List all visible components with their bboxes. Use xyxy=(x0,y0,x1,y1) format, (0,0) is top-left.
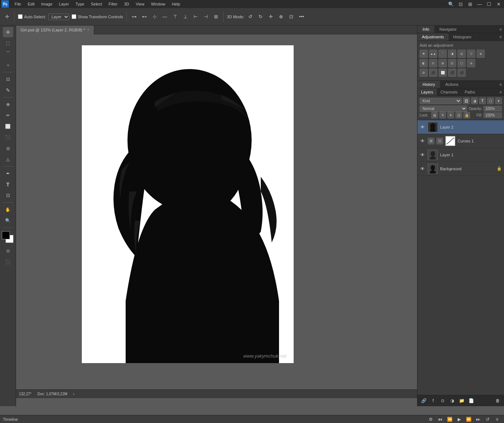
3d-pan-icon[interactable]: ✛ xyxy=(267,13,275,21)
crop-tool-button[interactable]: ⊡ xyxy=(3,74,13,84)
layer-select[interactable]: Layer xyxy=(48,14,69,20)
timeline-menu-icon[interactable]: ≡ xyxy=(493,415,501,423)
filter-shape-icon[interactable]: ⬡ xyxy=(487,98,494,104)
lock-all-icon[interactable]: 🔒 xyxy=(463,112,470,118)
new-group-icon[interactable]: 📁 xyxy=(458,397,466,405)
distribute-right-icon[interactable]: ⊞ xyxy=(212,13,220,21)
timeline-loop-icon[interactable]: ↺ xyxy=(484,415,492,423)
timeline-settings-icon[interactable]: ⚙ xyxy=(427,415,435,423)
menu-file[interactable]: File xyxy=(12,1,24,7)
timeline-play-icon[interactable]: ▶ xyxy=(455,415,463,423)
filter-adj-icon[interactable]: ◑ xyxy=(471,98,478,104)
brightness-adj-icon[interactable]: ☀ xyxy=(420,50,428,58)
filter-smart-icon[interactable]: ✦ xyxy=(495,98,502,104)
arrow-icon[interactable]: › xyxy=(73,392,74,396)
add-style-icon[interactable]: f xyxy=(429,397,437,405)
hsl-adj-icon[interactable]: ▽ xyxy=(467,50,475,58)
align-center-v-icon[interactable]: ⊷ xyxy=(140,13,148,21)
minimize-button[interactable]: — xyxy=(476,0,484,8)
eyedropper-button[interactable]: ✎ xyxy=(3,85,13,95)
blend-mode-select[interactable]: Normal xyxy=(420,106,467,112)
auto-select-checkbox[interactable] xyxy=(18,14,23,19)
curves1-visibility-icon[interactable]: 👁 xyxy=(420,138,425,144)
layer-item-layer2[interactable]: 👁 Layer 2 xyxy=(417,120,504,134)
timeline-next-icon[interactable]: ⏩ xyxy=(465,415,473,423)
menu-view[interactable]: View xyxy=(133,1,148,7)
lasso-tool-button[interactable]: ⌒ xyxy=(3,49,13,59)
photo-filter-adj-icon[interactable]: ⊙ xyxy=(429,59,437,67)
tab-close-button[interactable]: × xyxy=(87,28,89,32)
quick-mask-button[interactable]: ⊙ xyxy=(3,246,13,256)
exposure-adj-icon[interactable]: ◑ xyxy=(448,50,456,58)
color-lookup-adj-icon[interactable]: ⊡ xyxy=(448,59,456,67)
dodge-button[interactable]: △ xyxy=(3,154,13,164)
filter-pixel-icon[interactable]: 🖼 xyxy=(463,98,470,104)
menu-window[interactable]: Window xyxy=(148,1,168,7)
menu-help[interactable]: Help xyxy=(169,1,183,7)
threshold-adj-icon[interactable]: ⊘ xyxy=(420,69,428,77)
layer-item-curves1[interactable]: 👁 ⊞ ⊡ Curves 1 xyxy=(417,134,504,148)
tab-paths[interactable]: Paths xyxy=(461,88,479,96)
tab-histogram[interactable]: Histogram xyxy=(449,33,476,41)
close-button[interactable]: ✕ xyxy=(495,0,503,8)
timeline-rewind-icon[interactable]: ⏮ xyxy=(436,415,444,423)
kind-select[interactable]: Kind xyxy=(420,98,462,104)
menu-filter[interactable]: Filter xyxy=(106,1,120,7)
lock-pixels-icon[interactable]: ✎ xyxy=(439,112,446,118)
align-right-icon[interactable]: ⊹ xyxy=(150,13,159,21)
hand-button[interactable]: ✋ xyxy=(3,205,13,215)
panel-expand-icon[interactable]: ≡ xyxy=(497,26,504,33)
transform-controls-checkbox[interactable] xyxy=(72,14,76,19)
lock-transparent-icon[interactable]: ⊞ xyxy=(431,112,438,118)
distribute-center-icon[interactable]: ⊣ xyxy=(202,13,210,21)
menu-3d[interactable]: 3D xyxy=(121,1,132,7)
align-bottom-icon[interactable]: ⊥ xyxy=(181,13,189,21)
foreground-color[interactable] xyxy=(2,231,10,239)
menu-type[interactable]: Type xyxy=(73,1,87,7)
marquee-tool-button[interactable]: ⬚ xyxy=(3,38,13,48)
new-adj-layer-icon[interactable]: ◑ xyxy=(448,397,456,405)
move-tool-button[interactable]: ✛ xyxy=(3,27,13,37)
workspace-icon[interactable]: ⊞ xyxy=(466,0,474,8)
solid-color-adj-icon[interactable]: ⬛ xyxy=(448,69,456,77)
pen-button[interactable]: ✒ xyxy=(3,168,13,179)
3d-rotate-icon[interactable]: ↺ xyxy=(247,13,255,21)
channel-mixer-adj-icon[interactable]: ⊞ xyxy=(439,59,447,67)
align-middle-h-icon[interactable]: ⊤ xyxy=(171,13,179,21)
3d-slide-icon[interactable]: ⊕ xyxy=(277,13,285,21)
zoom-icon[interactable]: ⊡ xyxy=(457,0,465,8)
bw-adj-icon[interactable]: ◐ xyxy=(420,59,428,67)
tab-navigator[interactable]: Navigator xyxy=(434,26,462,33)
gradient-map-adj-icon[interactable]: ⬛ xyxy=(429,69,437,77)
align-left-icon[interactable]: ⊶ xyxy=(130,13,138,21)
timeline-forward-icon[interactable]: ⏭ xyxy=(474,415,482,423)
3d-scale-icon[interactable]: ⊡ xyxy=(287,13,295,21)
gradient-fill-adj-icon[interactable]: ⬛ xyxy=(458,69,466,77)
background-visibility-icon[interactable]: 👁 xyxy=(420,166,425,172)
tab-actions[interactable]: Actions xyxy=(440,81,463,88)
menu-layer[interactable]: Layer xyxy=(56,1,72,7)
filter-type-icon[interactable]: T xyxy=(479,98,486,104)
history-panel-expand-icon[interactable]: ≡ xyxy=(497,81,504,88)
maximize-button[interactable]: ☐ xyxy=(485,0,493,8)
screen-mode-button[interactable]: ⬛ xyxy=(3,257,13,267)
healing-button[interactable]: ⊕ xyxy=(3,99,13,110)
posterize-adj-icon[interactable]: ⊛ xyxy=(467,59,475,67)
text-button[interactable]: T xyxy=(3,179,13,190)
lock-artboards-icon[interactable]: ⊡ xyxy=(455,112,462,118)
zoom-button[interactable]: 🔍 xyxy=(3,216,13,226)
selective-color-adj-icon[interactable]: ⬜ xyxy=(439,69,447,77)
menu-edit[interactable]: Edit xyxy=(25,1,38,7)
more-options-icon[interactable]: ••• xyxy=(298,13,306,21)
tab-history[interactable]: History xyxy=(417,81,440,88)
eraser-button[interactable]: ⬜ xyxy=(3,121,13,132)
document-tab[interactable]: Girl.psd @ 132% (Layer 2, RGB/8) * × xyxy=(16,26,94,34)
new-layer-icon[interactable]: 📄 xyxy=(467,397,475,405)
tab-channels[interactable]: Channels xyxy=(437,88,461,96)
tab-layers[interactable]: Layers xyxy=(417,88,437,96)
layer-item-layer1[interactable]: 👁 Layer 1 xyxy=(417,148,504,162)
align-top-icon[interactable]: — xyxy=(161,13,169,21)
move-tool-icon[interactable]: ✛ xyxy=(3,13,11,21)
canvas-document[interactable]: www.yakymchuk.net xyxy=(82,45,294,363)
opacity-input[interactable] xyxy=(484,106,502,111)
